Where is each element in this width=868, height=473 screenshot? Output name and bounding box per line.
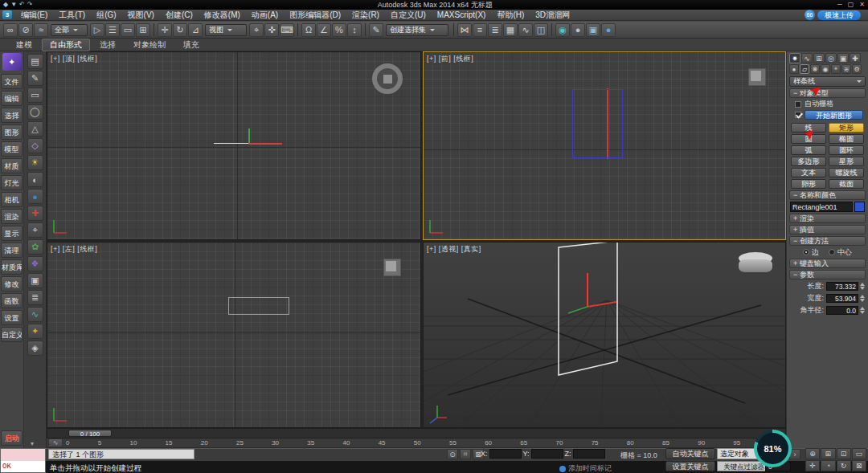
- rollout-object-type[interactable]: − 对象类型: [789, 88, 866, 98]
- wave-tool-icon[interactable]: ∿: [27, 307, 43, 322]
- zoom-all-button[interactable]: ⊞: [821, 448, 835, 459]
- rollout-parameters[interactable]: − 参数: [789, 270, 866, 279]
- macro-recorder-line[interactable]: [1, 449, 45, 461]
- parameter-field[interactable]: 53.904: [826, 294, 858, 303]
- maxscript-mini-listener[interactable]: OK: [0, 448, 46, 473]
- angle-snap-icon[interactable]: ∠: [317, 23, 331, 37]
- ribbon-tab[interactable]: 选择: [92, 39, 124, 51]
- sidebar-item[interactable]: 相机: [1, 192, 23, 207]
- curve-editor-icon[interactable]: ∿: [518, 23, 533, 37]
- lights-category-icon[interactable]: ❋: [810, 64, 820, 74]
- menu-item[interactable]: 修改器(M): [199, 10, 246, 21]
- rollout-keyboard-entry[interactable]: + 键盘输入: [789, 259, 866, 268]
- sidebar-item[interactable]: 材质: [1, 158, 23, 173]
- minimize-button[interactable]: ─: [837, 0, 842, 10]
- sidebar-item-launch[interactable]: 启动: [1, 430, 23, 446]
- select-and-scale-icon[interactable]: ⊿: [188, 23, 203, 37]
- create-tab[interactable]: ✷: [789, 53, 800, 63]
- schematic-view-icon[interactable]: ◫: [534, 23, 548, 37]
- selection-filter-dropdown[interactable]: 全部: [51, 24, 88, 36]
- shape-button[interactable]: 卵形: [791, 179, 826, 189]
- creation-method-radio[interactable]: 边: [803, 247, 819, 258]
- save-icon[interactable]: ▼: [10, 0, 17, 10]
- sphere-tool-icon[interactable]: ●: [27, 189, 43, 204]
- sidebar-item[interactable]: 灯光: [1, 175, 23, 190]
- utilities-tab[interactable]: ✚: [850, 53, 861, 63]
- select-and-link-icon[interactable]: ∞: [3, 23, 18, 37]
- zoom-region-button[interactable]: ▭: [852, 448, 866, 459]
- sidebar-item[interactable]: 清理: [1, 243, 23, 258]
- shape-button[interactable]: 星形: [829, 157, 864, 166]
- maximize-button[interactable]: ▢: [848, 0, 854, 10]
- helpers-category-icon[interactable]: ⌖: [831, 64, 841, 74]
- shape-button[interactable]: 截面: [829, 179, 864, 189]
- start-new-shape-checkbox[interactable]: [795, 112, 801, 118]
- menu-item[interactable]: 编辑(E): [15, 10, 53, 21]
- select-object-icon[interactable]: ▷: [90, 23, 104, 37]
- pencil-tool-icon[interactable]: ✎: [27, 71, 43, 86]
- list-tool-icon[interactable]: ≣: [27, 290, 43, 305]
- viewport-label[interactable]: [+] [左] [线框]: [51, 244, 97, 255]
- rectangle-tool-icon[interactable]: ▭: [27, 88, 43, 103]
- mini-curve-editor-button[interactable]: ∿: [48, 438, 63, 447]
- time-slider-track[interactable]: 0 / 100: [47, 428, 786, 438]
- select-and-rotate-icon[interactable]: ↻: [173, 23, 187, 37]
- sidebar-item[interactable]: 图形: [1, 124, 23, 140]
- upload-button[interactable]: 极速上传: [817, 10, 861, 20]
- shape-category-dropdown[interactable]: 样条线: [789, 76, 866, 87]
- motion-tab[interactable]: ◎: [825, 53, 837, 63]
- viewport-label[interactable]: [+] [前] [线框]: [427, 54, 473, 64]
- menu-item[interactable]: 3D溜溜网: [530, 10, 575, 21]
- listener-output-line[interactable]: OK: [1, 461, 45, 473]
- systems-category-icon[interactable]: ⚙: [852, 64, 862, 74]
- viewport-left[interactable]: [+] [左] [线框]: [47, 242, 421, 428]
- auto-key-button[interactable]: 自动关键点: [665, 448, 715, 459]
- field-of-view-button[interactable]: ◔: [821, 460, 835, 471]
- mirror-icon[interactable]: ⋈: [457, 23, 472, 37]
- icon-strip-scroll-arrow[interactable]: ▾: [31, 440, 34, 447]
- shape-button[interactable]: 椭圆: [829, 134, 864, 144]
- viewcube[interactable]: [372, 63, 403, 94]
- autogrid-checkbox[interactable]: [795, 101, 801, 108]
- percent-snap-icon[interactable]: %: [332, 23, 346, 37]
- object-name-input[interactable]: [790, 202, 853, 212]
- ribbon-toggle-icon[interactable]: ▦: [503, 23, 518, 37]
- shape-button[interactable]: 螺旋线: [829, 168, 864, 177]
- spinner-snap-icon[interactable]: ↕: [347, 23, 362, 37]
- grid-tool-icon[interactable]: ▣: [27, 273, 43, 288]
- rectangle-shape-left-view[interactable]: [228, 297, 289, 315]
- snaps-toggle-icon[interactable]: Ω: [301, 23, 316, 37]
- sidebar-item[interactable]: 自定义: [1, 327, 23, 342]
- transform-gizmo-y[interactable]: [248, 128, 250, 143]
- render-production-icon[interactable]: ●: [601, 23, 616, 37]
- keyboard-shortcut-override-icon[interactable]: ⌨: [280, 23, 294, 37]
- shape-button[interactable]: 文本: [791, 168, 826, 177]
- menu-item[interactable]: 自定义(U): [385, 10, 432, 21]
- close-button[interactable]: ✕: [859, 0, 865, 10]
- target-tool-icon[interactable]: ⌖: [27, 222, 43, 238]
- use-pivot-point-icon[interactable]: ⌖: [249, 23, 264, 37]
- menu-item[interactable]: 帮助(H): [491, 10, 530, 21]
- object-color-swatch[interactable]: [854, 202, 865, 212]
- rollout-rendering[interactable]: + 渲染: [789, 214, 866, 223]
- viewcube[interactable]: [383, 259, 401, 276]
- circle-tool-icon[interactable]: ◯: [27, 104, 43, 120]
- sidebar-item[interactable]: 显示: [1, 226, 23, 241]
- parameter-spinner[interactable]: [860, 283, 865, 290]
- shape-button[interactable]: 矩形: [829, 123, 864, 133]
- app-menu-icon[interactable]: ◆: [3, 0, 8, 10]
- undo-icon[interactable]: ↶: [19, 0, 25, 10]
- triangle-tool-icon[interactable]: △: [27, 121, 43, 137]
- viewport-front-active[interactable]: [+] [前] [线框]: [423, 51, 786, 240]
- y-coordinate-field[interactable]: [531, 449, 563, 459]
- application-button[interactable]: 3: [2, 10, 12, 19]
- ribbon-tab[interactable]: 对象绘制: [125, 39, 174, 51]
- zoom-button[interactable]: ⊕: [805, 448, 820, 459]
- rectangular-selection-region-icon[interactable]: ▭: [121, 23, 135, 37]
- modify-tab[interactable]: ∿: [801, 53, 813, 63]
- orbit-button[interactable]: ↻: [837, 460, 851, 471]
- shape-button[interactable]: 弧: [791, 145, 826, 155]
- viewport-label[interactable]: [+] [透视] [真实]: [427, 244, 481, 255]
- viewcube[interactable]: [748, 68, 766, 86]
- menu-item[interactable]: 创建(C): [160, 10, 199, 21]
